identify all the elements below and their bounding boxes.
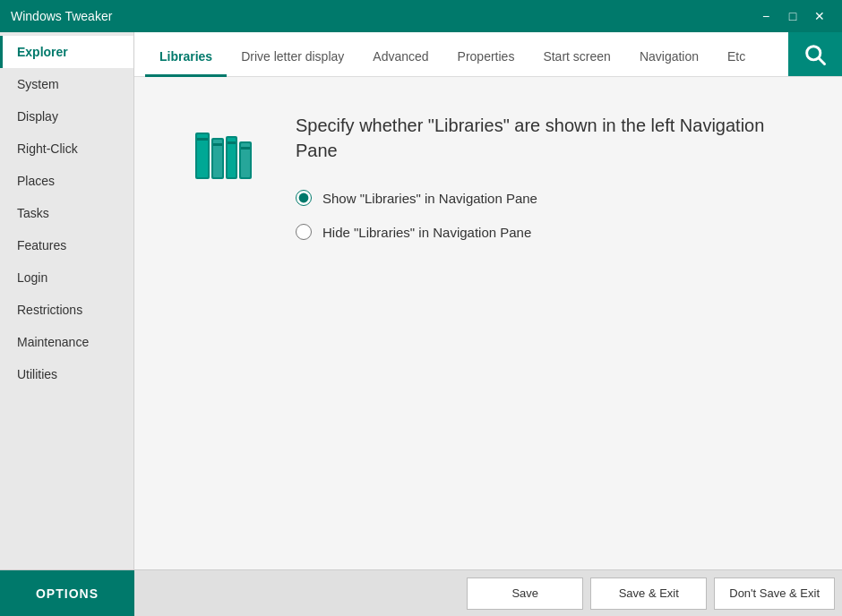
hide-libraries-radio[interactable]: [296, 224, 312, 240]
sidebar-item-display[interactable]: Display: [0, 100, 133, 133]
show-libraries-option[interactable]: Show "Libraries" in Navigation Pane: [296, 190, 788, 206]
app-title: Windows Tweaker: [11, 9, 112, 23]
tab-libraries[interactable]: Libraries: [145, 38, 227, 77]
show-libraries-label: Show "Libraries" in Navigation Pane: [322, 191, 537, 206]
sidebar-item-login[interactable]: Login: [0, 261, 133, 294]
hide-libraries-label: Hide "Libraries" in Navigation Pane: [322, 225, 531, 240]
tab-navigation[interactable]: Navigation: [625, 38, 713, 77]
save-exit-button[interactable]: Save & Exit: [590, 578, 707, 610]
svg-rect-7: [213, 143, 222, 146]
dont-save-button[interactable]: Don't Save & Exit: [714, 578, 835, 610]
search-button[interactable]: [788, 32, 842, 76]
app-container: Explorer System Display Right-Click Plac…: [0, 32, 842, 616]
sidebar-item-right-click[interactable]: Right-Click: [0, 133, 133, 165]
minimize-button[interactable]: −: [754, 4, 778, 28]
sidebar-item-tasks[interactable]: Tasks: [0, 197, 133, 229]
save-button[interactable]: Save: [467, 578, 583, 610]
tab-drive-letter[interactable]: Drive letter display: [227, 38, 358, 77]
sidebar-item-explorer[interactable]: Explorer: [0, 36, 133, 68]
panel-content: Specify whether "Libraries" are shown in…: [134, 77, 842, 569]
description-area: Specify whether "Libraries" are shown in…: [296, 113, 788, 258]
sidebar: Explorer System Display Right-Click Plac…: [0, 32, 134, 569]
tab-properties[interactable]: Properties: [443, 38, 529, 77]
tab-bar: Libraries Drive letter display Advanced …: [134, 32, 842, 77]
sidebar-item-restrictions[interactable]: Restrictions: [0, 294, 133, 326]
bottom-bar: OPTIONS Save Save & Exit Don't Save & Ex…: [0, 569, 842, 616]
search-icon: [803, 42, 828, 67]
options-button[interactable]: OPTIONS: [0, 570, 134, 617]
close-button[interactable]: ✕: [808, 4, 831, 28]
sidebar-item-utilities[interactable]: Utilities: [0, 358, 133, 390]
main-panel: Libraries Drive letter display Advanced …: [134, 32, 842, 569]
sidebar-item-places[interactable]: Places: [0, 165, 133, 197]
titlebar: Windows Tweaker − □ ✕: [0, 0, 842, 32]
maximize-button[interactable]: □: [781, 4, 804, 28]
tab-start-screen[interactable]: Start screen: [528, 38, 624, 77]
tab-advanced[interactable]: Advanced: [358, 38, 442, 77]
hide-libraries-option[interactable]: Hide "Libraries" in Navigation Pane: [296, 224, 788, 240]
content-area: Explorer System Display Right-Click Plac…: [0, 32, 842, 569]
tab-etc[interactable]: Etc: [713, 38, 760, 77]
window-controls: − □ ✕: [754, 4, 831, 28]
svg-rect-10: [228, 141, 236, 144]
svg-line-1: [819, 58, 824, 64]
svg-rect-4: [197, 138, 208, 141]
svg-rect-3: [197, 134, 208, 177]
svg-rect-13: [241, 147, 250, 150]
panel-description: Specify whether "Libraries" are shown in…: [296, 113, 788, 163]
sidebar-item-features[interactable]: Features: [0, 229, 133, 261]
sidebar-item-system[interactable]: System: [0, 68, 133, 100]
sidebar-item-maintenance[interactable]: Maintenance: [0, 326, 133, 358]
libraries-icon: [188, 120, 260, 195]
show-libraries-radio[interactable]: [296, 190, 312, 206]
